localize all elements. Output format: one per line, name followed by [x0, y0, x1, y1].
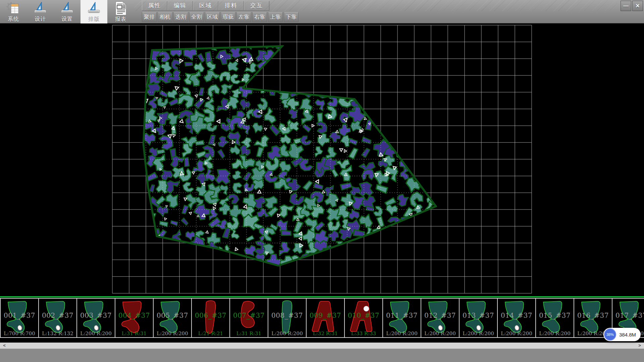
part-lr-count: L:200 R:200	[460, 330, 497, 337]
memory-badge: 38% 384.8M	[603, 328, 641, 341]
part-thumbnail[interactable]: 007_#37L:31 R:31	[229, 298, 268, 338]
part-thumbnail[interactable]: 003_#37L:200 R:200	[76, 298, 115, 338]
part-thumbnail[interactable]: 013_#37L:200 R:200	[459, 298, 498, 338]
tab-label: 排版	[80, 16, 107, 23]
ruler-icon	[33, 1, 48, 16]
part-lr-count: L:33 R:33	[345, 330, 382, 337]
tab-layout[interactable]: 排版	[80, 0, 107, 23]
part-lr-count: L:200 R:200	[498, 330, 535, 337]
part-thumbnail[interactable]: 008_#37L:200 R:200	[268, 298, 307, 338]
tool-cut-all[interactable]: 全割	[189, 12, 204, 22]
part-name: 015_#37	[536, 311, 574, 319]
part-lr-count: L:200 R:200	[536, 330, 574, 337]
part-name: 013_#37	[460, 311, 497, 319]
tool-region[interactable]: 区域	[205, 12, 220, 22]
report-icon	[113, 1, 128, 16]
part-thumbnail[interactable]: 002_#37L:132 R:132	[38, 298, 77, 338]
part-name: 005_#37	[154, 311, 191, 319]
part-lr-count: L:700 R:700	[1, 330, 38, 337]
part-name: 006_#37	[192, 311, 229, 319]
part-lr-count: L:200 R:200	[268, 330, 306, 337]
part-thumbnail[interactable]: 001_#37L:700 R:700	[0, 298, 39, 338]
part-lr-count: L:32 R:31	[307, 330, 344, 337]
scroll-left-button[interactable]: <	[0, 343, 9, 349]
part-thumbnail[interactable]: 012_#37L:200 R:200	[421, 298, 460, 338]
tab-system[interactable]: 系统	[0, 0, 27, 23]
menu-nesting[interactable]: 排料	[218, 1, 244, 10]
part-lr-count: L:200 R:200	[77, 330, 115, 337]
status-bar	[0, 349, 644, 362]
part-name: 003_#37	[77, 311, 115, 319]
memory-size-label: 384.8M	[619, 332, 636, 338]
part-lr-count: L:132 R:132	[39, 330, 76, 337]
main-toolbar: 系统设计设置排版报表 属性编辑区域排料交互 聚排相机选割全割区域瑕疵左靠右靠上靠…	[0, 0, 644, 23]
main-tab-bar: 系统设计设置排版报表	[0, 0, 134, 23]
part-name: 016_#37	[574, 311, 612, 319]
menu-bar: 属性编辑区域排料交互	[142, 1, 269, 11]
part-thumbnail[interactable]: 014_#37L:200 R:200	[497, 298, 536, 338]
part-name: 011_#37	[383, 311, 421, 319]
tool-snap-up[interactable]: 上靠	[268, 12, 283, 22]
part-thumbnail[interactable]: 010_#37L:33 R:33	[344, 298, 383, 338]
menu-edit[interactable]: 编辑	[167, 1, 193, 10]
memory-percent-indicator: 38%	[604, 328, 616, 341]
part-name: 008_#37	[268, 311, 306, 319]
tool-snap-down[interactable]: 下靠	[284, 12, 299, 22]
part-name: 007_#37	[230, 311, 268, 319]
minimize-button[interactable]: —	[621, 1, 631, 11]
tab-label: 设计	[27, 16, 54, 23]
part-lr-count: L:200 R:200	[154, 330, 191, 337]
parts-filmstrip: 001_#37L:700 R:700002_#37L:132 R:132003_…	[0, 296, 644, 343]
part-thumbnail[interactable]: 015_#37L:200 R:200	[535, 298, 574, 338]
part-name: 009_#37	[307, 311, 344, 319]
system-icon	[6, 1, 21, 16]
tool-defect[interactable]: 瑕疵	[221, 12, 235, 22]
scroll-right-button[interactable]: >	[635, 343, 644, 349]
tab-label: 系统	[0, 16, 27, 23]
part-thumbnail[interactable]: 006_#37L:21 R:21	[191, 298, 230, 338]
menu-region[interactable]: 区域	[193, 1, 218, 10]
close-button[interactable]: ✕	[632, 1, 643, 11]
part-lr-count: L:21 R:21	[192, 330, 229, 337]
part-lr-count: L:31 R:31	[230, 330, 268, 337]
tool-cluster-nest[interactable]: 聚排	[142, 12, 157, 22]
scroll-track[interactable]	[9, 343, 635, 349]
part-name: 017_#37	[612, 311, 644, 319]
nesting-canvas[interactable]	[0, 23, 644, 296]
app-window: 系统设计设置排版报表 属性编辑区域排料交互 聚排相机选割全割区域瑕疵左靠右靠上靠…	[0, 0, 644, 362]
part-lr-count: L:200 R:200	[421, 330, 459, 337]
tool-snap-right[interactable]: 右靠	[252, 12, 267, 22]
tool-snap-left[interactable]: 左靠	[236, 12, 251, 22]
ruler-icon	[87, 1, 101, 16]
menu-interact[interactable]: 交互	[244, 1, 269, 10]
tab-design[interactable]: 设计	[27, 0, 54, 23]
tab-settings[interactable]: 设置	[54, 0, 80, 23]
window-controls: — ✕	[620, 1, 643, 11]
part-name: 014_#37	[498, 311, 535, 319]
part-thumbnail[interactable]: 009_#37L:32 R:31	[306, 298, 345, 338]
menu-properties[interactable]: 属性	[142, 1, 167, 10]
part-thumbnail[interactable]: 005_#37L:200 R:200	[153, 298, 192, 338]
part-thumbnail[interactable]: 004_#37L:31 R:31	[115, 298, 154, 338]
part-lr-count: L:200 R:200	[383, 330, 421, 337]
horizontal-scrollbar: < >	[0, 343, 644, 349]
tool-bar: 聚排相机选割全割区域瑕疵左靠右靠上靠下靠	[142, 12, 300, 22]
part-name: 012_#37	[421, 311, 459, 319]
part-name: 010_#37	[345, 311, 382, 319]
tab-label: 报表	[107, 16, 134, 23]
tab-report[interactable]: 报表	[107, 0, 134, 23]
part-name: 001_#37	[1, 311, 38, 319]
tool-camera[interactable]: 相机	[158, 12, 172, 22]
part-name: 002_#37	[39, 311, 76, 319]
tab-label: 设置	[54, 16, 80, 23]
part-lr-count: L:31 R:31	[115, 330, 153, 337]
part-thumbnail[interactable]: 011_#37L:200 R:200	[382, 298, 421, 338]
part-thumbnail-list: 001_#37L:700 R:700002_#37L:132 R:132003_…	[0, 298, 644, 339]
ruler-icon	[60, 1, 74, 16]
part-name: 004_#37	[115, 311, 153, 319]
tool-select-cut[interactable]: 选割	[173, 12, 188, 22]
